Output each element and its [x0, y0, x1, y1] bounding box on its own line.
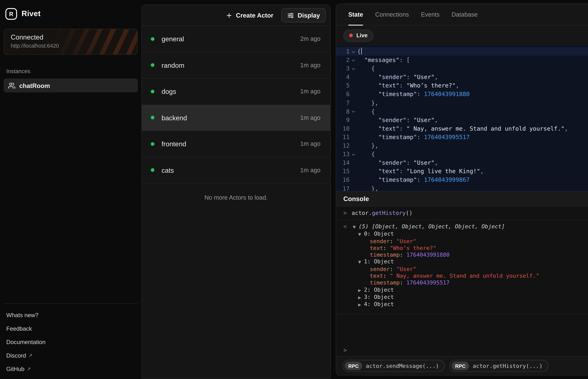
console-object-1[interactable]: ▼1: Object: [353, 259, 539, 266]
code-line-3[interactable]: 3 {: [336, 64, 588, 73]
code-line-5[interactable]: 5 "text": "Who’s there?",: [336, 81, 588, 90]
console-empty-space: [336, 314, 588, 344]
sidebar-footer-links: Whats new?FeedbackDocumentationDiscord ↗…: [4, 308, 138, 376]
code-line-2[interactable]: 2 "messages": [: [336, 56, 588, 64]
rpc-code: actor.sendMessage(...): [366, 363, 439, 369]
output-marker-icon: <: [343, 223, 349, 308]
console-object-tree: ▼(5) [Object, Object, Object, Object, Ob…: [353, 223, 539, 308]
footer-link-feedback[interactable]: Feedback: [4, 322, 138, 335]
actor-name: backend: [161, 114, 187, 121]
console-object-4[interactable]: ▶4: Object: [353, 301, 539, 308]
console-input[interactable]: >: [336, 344, 588, 356]
instance-name: chatRoom: [19, 82, 50, 89]
fold-gutter: [350, 116, 357, 124]
rpc-badge: RPC: [345, 362, 362, 370]
brand-logo[interactable]: R Rivet: [4, 4, 138, 29]
footer-link-documentation[interactable]: Documentation: [4, 335, 138, 348]
code-line-6[interactable]: 6 "timestamp": 1764043991880: [336, 90, 588, 98]
sidebar: R Rivet Connected http://localhost:6420 …: [0, 0, 141, 379]
state-json-editor[interactable]: 1{2 "messages": [3 {4 "sender": "User",5…: [336, 45, 588, 191]
display-button[interactable]: Display: [282, 8, 326, 22]
fold-toggle-icon[interactable]: [350, 150, 357, 158]
footer-link-whats-new[interactable]: Whats new?: [4, 308, 138, 322]
actor-status-icon: [151, 116, 154, 120]
expand-triangle-icon[interactable]: ▶: [358, 302, 364, 308]
console-object-2[interactable]: ▶2: Object: [353, 286, 539, 294]
tab-database[interactable]: Database: [452, 4, 478, 25]
rpc-badge: RPC: [452, 362, 469, 370]
sidebar-spacer: [4, 92, 138, 303]
line-number: 9: [336, 116, 350, 124]
actor-row-backend[interactable]: backend1m ago: [142, 105, 330, 131]
code-line-4[interactable]: 4 "sender": "User",: [336, 73, 588, 81]
code-line-16[interactable]: 16 "timestamp": 1764043999867: [336, 176, 588, 184]
line-number: 14: [336, 158, 350, 167]
console-object-0[interactable]: ▼0: Object: [353, 231, 539, 238]
footer-link-discord[interactable]: Discord ↗: [4, 348, 138, 362]
line-number: 15: [336, 167, 350, 176]
connection-card: Connected http://localhost:6420: [4, 29, 138, 55]
tab-connections[interactable]: Connections: [375, 4, 409, 25]
fold-gutter: [350, 184, 357, 191]
collapse-triangle-icon[interactable]: ▼: [358, 259, 364, 266]
expand-triangle-icon[interactable]: ▶: [358, 287, 364, 294]
footer-link-github[interactable]: GitHub ↗: [4, 362, 138, 376]
rpc-shortcut-actor-gethistory[interactable]: RPCactor.getHistory(...): [449, 360, 548, 372]
console-prop-sender: sender: "User": [353, 238, 539, 245]
fold-toggle-icon[interactable]: [350, 107, 357, 116]
tab-state[interactable]: State: [348, 4, 363, 25]
console-history-entry[interactable]: > actor.getHistory(): [336, 206, 588, 220]
code-text: "sender": "User",: [357, 158, 588, 167]
collapse-triangle-icon[interactable]: ▼: [358, 231, 364, 238]
fold-gutter: [350, 90, 357, 98]
line-number: 5: [336, 81, 350, 90]
code-line-1[interactable]: 1{: [336, 47, 588, 56]
line-number: 13: [336, 150, 350, 158]
code-line-12[interactable]: 12 },: [336, 141, 588, 150]
code-line-15[interactable]: 15 "text": "Long live the King!",: [336, 167, 588, 176]
actor-row-general[interactable]: general2m ago: [142, 26, 330, 52]
code-line-11[interactable]: 11 "timestamp": 1764043995517: [336, 133, 588, 141]
actor-row-dogs[interactable]: dogs1m ago: [142, 79, 330, 105]
line-number: 11: [336, 133, 350, 141]
console-prop-timestamp: timestamp: 1764043995517: [353, 280, 539, 286]
code-line-7[interactable]: 7 },: [336, 98, 588, 107]
actor-row-cats[interactable]: cats1m ago: [142, 157, 330, 184]
console-log: > actor.getHistory() < ▼(5) [Object, Obj…: [336, 206, 588, 356]
tab-events[interactable]: Events: [421, 4, 440, 25]
actor-row-frontend[interactable]: frontend1m ago: [142, 131, 330, 157]
fold-gutter: [350, 81, 357, 90]
code-line-13[interactable]: 13 {: [336, 150, 588, 158]
code-line-9[interactable]: 9 "sender": "User",: [336, 116, 588, 124]
actor-row-random[interactable]: random1m ago: [142, 52, 330, 79]
sliders-icon: [287, 12, 294, 18]
expand-triangle-icon[interactable]: ▶: [358, 294, 364, 301]
code-text: "timestamp": 1764043991880: [357, 90, 588, 98]
code-text: "timestamp": 1764043999867: [357, 176, 588, 184]
code-line-8[interactable]: 8 {: [336, 107, 588, 116]
create-actor-button[interactable]: Create Actor: [220, 9, 279, 21]
console-object-3[interactable]: ▶3: Object: [353, 294, 539, 301]
code-line-10[interactable]: 10 "text": " Nay, answer me. Stand and u…: [336, 124, 588, 133]
collapse-triangle-icon[interactable]: ▼: [353, 224, 359, 231]
actor-last-active: 1m ago: [300, 167, 320, 174]
console-prop-sender: sender: "User": [353, 266, 539, 273]
code-line-14[interactable]: 14 "sender": "User",: [336, 158, 588, 167]
rpc-shortcut-actor-sendmessage[interactable]: RPCactor.sendMessage(...): [342, 360, 445, 372]
instances-label: Instances: [4, 68, 138, 74]
live-toggle[interactable]: Live: [343, 29, 373, 42]
brand-name: Rivet: [21, 9, 41, 18]
console-result-entry: < ▼(5) [Object, Object, Object, Object, …: [336, 220, 588, 314]
fold-toggle-icon[interactable]: [350, 56, 357, 64]
fold-gutter: [350, 133, 357, 141]
fold-toggle-icon[interactable]: [350, 64, 357, 73]
code-line-17[interactable]: 17 },: [336, 184, 588, 191]
actor-name: random: [161, 61, 184, 69]
text-cursor: [361, 47, 362, 54]
command-method: getHistory: [372, 209, 406, 216]
instance-item-chatroom[interactable]: chatRoom: [4, 79, 138, 92]
line-number: 12: [336, 141, 350, 150]
fold-toggle-icon[interactable]: [350, 47, 357, 56]
console-header[interactable]: Console: [336, 191, 588, 206]
console-prop-text: text: "Who’s there?": [353, 245, 539, 252]
